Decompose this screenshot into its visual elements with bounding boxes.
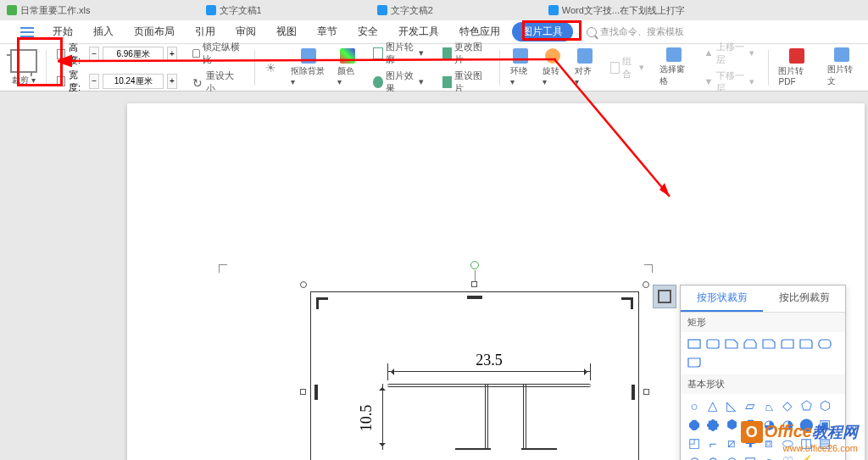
selection-pane-btn[interactable]: 选择窗格 [654, 47, 693, 87]
shape-oval[interactable]: ○ [686, 397, 703, 414]
shape-hexagon[interactable]: ⬡ [816, 397, 833, 414]
remove-bg[interactable]: 抠除背景 ▾ [286, 47, 331, 87]
tab-crop-by-shape[interactable]: 按形状裁剪 [681, 285, 763, 312]
hamburger-icon[interactable] [20, 27, 34, 37]
lock-ratio[interactable]: 锁定纵横比 [189, 39, 244, 68]
shape-snip3[interactable] [760, 335, 777, 352]
pic-to-pdf[interactable]: 图片转PDF [773, 47, 820, 87]
rotate-handle[interactable] [470, 261, 479, 269]
selected-image[interactable]: 23.5 10.5 [303, 285, 646, 460]
shape-rect[interactable] [686, 335, 703, 352]
crop-button[interactable]: 裁剪 ▾ [7, 46, 41, 90]
shape-snipround[interactable] [779, 335, 796, 352]
pdf-icon [789, 48, 804, 64]
menu-picture-tools[interactable]: 图片工具 [512, 22, 573, 42]
crop-corner-tr[interactable] [621, 297, 633, 309]
crop-icon [658, 290, 671, 303]
height-plus[interactable]: + [167, 47, 177, 62]
change-picture[interactable]: 更改图片 [439, 39, 489, 68]
picture-outline[interactable]: 图片轮廓 ▾ [370, 39, 426, 68]
shape-decagon[interactable]: ⬢ [723, 416, 740, 433]
shape-octagon[interactable]: ⯄ [704, 416, 721, 433]
menu-chapter[interactable]: 章节 [309, 21, 346, 42]
shape-heart[interactable]: ♡ [779, 453, 796, 460]
wrap-icon [513, 48, 528, 64]
shape-round3[interactable] [686, 354, 703, 371]
height-minus[interactable]: − [89, 47, 99, 62]
menu-insert[interactable]: 插入 [85, 21, 122, 42]
shape-sun[interactable]: ☼ [816, 453, 833, 460]
shape-triangle[interactable]: △ [704, 397, 721, 414]
shape-halfframe[interactable]: ◰ [686, 435, 703, 452]
color-icon [340, 48, 355, 64]
width-minus[interactable]: − [89, 74, 99, 89]
color-btn[interactable]: 颜色 ▾ [332, 47, 363, 87]
ribbon-toolbar: 裁剪 ▾ 高度: − + 宽度: − + 锁定纵横比 重设大小 ☀ 抠除背景 ▾… [0, 44, 868, 91]
pin-btn[interactable]: ☀ [260, 47, 284, 87]
shape-trapezoid[interactable]: ⏢ [760, 397, 777, 414]
crop-edge-r[interactable] [632, 385, 635, 400]
sel-handle-tl[interactable] [300, 281, 307, 288]
shape-round1[interactable] [798, 335, 815, 352]
rotate-icon [545, 48, 560, 64]
change-reset-group: 更改图片 重设图片 [434, 47, 494, 87]
pin-icon: ☀ [265, 61, 279, 75]
sel-handle-r[interactable] [643, 389, 649, 395]
doc-icon [548, 5, 559, 15]
cat-basic: 基本形状 [681, 374, 845, 394]
sel-handle-tr[interactable] [643, 281, 649, 288]
menu-view[interactable]: 视图 [268, 21, 305, 42]
tab-doc2[interactable]: 文字文稿2 [370, 3, 440, 19]
shape-parallelogram[interactable]: ▱ [742, 397, 759, 414]
shape-snip2[interactable] [742, 335, 759, 352]
pic-to-text[interactable]: 图片转文 [822, 47, 861, 87]
align-btn[interactable]: 对齐 ▾ [570, 47, 600, 87]
shape-heptagon[interactable]: ⯃ [686, 416, 703, 433]
wrap-btn[interactable]: 环绕 ▾ [505, 47, 536, 87]
shape-donut[interactable]: ◎ [686, 453, 703, 460]
crop-edge-t[interactable] [467, 296, 482, 299]
height-input[interactable] [103, 47, 164, 62]
shape-diagstripe[interactable]: ⧄ [723, 435, 740, 452]
shape-round2[interactable] [816, 335, 833, 352]
tab-doc3[interactable]: Word文字技...在下划线上打字 [542, 3, 692, 19]
lock-icon [192, 49, 200, 58]
totext-icon [834, 47, 849, 62]
shape-snip1[interactable] [723, 335, 740, 352]
shape-foldedCorner[interactable]: ◱ [742, 453, 759, 460]
watermark-logo-icon: O [741, 421, 763, 443]
shape-blockArc[interactable]: ◠ [723, 453, 740, 460]
watermark-url: www.office26.com [741, 443, 858, 453]
crop-edge-l[interactable] [314, 385, 318, 400]
rotate-btn[interactable]: 旋转 ▾ [537, 47, 568, 87]
shape-rtriangle[interactable]: ◺ [723, 397, 740, 414]
width-plus[interactable]: + [167, 74, 177, 89]
cat-rect: 矩形 [681, 313, 845, 332]
command-search[interactable]: 查找命令、搜索模板 [587, 25, 684, 38]
shape-round-rect[interactable] [704, 335, 721, 352]
shape-smiley[interactable]: ☺ [760, 453, 777, 460]
tab-doc1[interactable]: 文字文稿1 [199, 3, 269, 19]
up-icon: ▲ [704, 47, 713, 59]
crop-corner-tl[interactable] [316, 297, 328, 309]
shape-lightning[interactable]: ⚡ [798, 453, 815, 460]
width-icon [57, 76, 65, 86]
tab-xls[interactable]: 日常重要工作.xls [0, 3, 97, 19]
width-input[interactable] [103, 74, 164, 89]
height-icon [57, 49, 65, 59]
menu-layout[interactable]: 页面布局 [125, 21, 183, 42]
group-icon [610, 62, 620, 74]
menu-start[interactable]: 开始 [44, 21, 81, 42]
sel-handle-l[interactable] [300, 389, 306, 395]
tab-crop-by-ratio[interactable]: 按比例裁剪 [763, 285, 845, 312]
up-layer: ▲上移一层 ▾ [700, 39, 757, 68]
shape-pentagon[interactable]: ⬠ [798, 397, 815, 414]
crop-panel-toggle[interactable] [653, 285, 676, 308]
technical-drawing: 23.5 10.5 [353, 352, 599, 460]
shape-diamond[interactable]: ◇ [779, 397, 796, 414]
svg-rect-2 [707, 340, 719, 348]
sel-handle-t[interactable] [471, 281, 477, 287]
shape-noSymbol[interactable]: ⊘ [704, 453, 721, 460]
shape-lframe[interactable]: ⌐ [704, 435, 721, 452]
lock-reset-group: 锁定纵横比 重设大小 [184, 47, 249, 87]
